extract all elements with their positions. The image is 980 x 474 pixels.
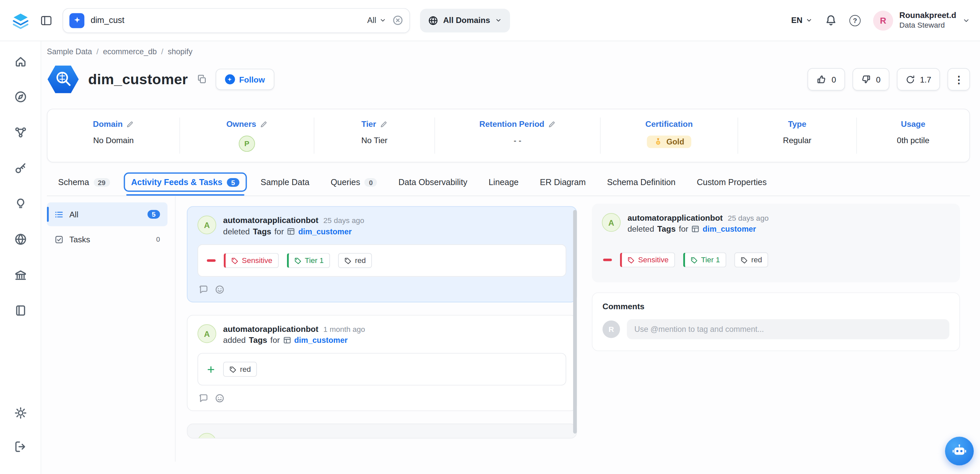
help-icon[interactable]: ? bbox=[850, 14, 861, 26]
feed-action: added bbox=[223, 336, 246, 345]
sidebar-item-home[interactable] bbox=[8, 49, 33, 73]
search-scope-dropdown[interactable]: All bbox=[367, 16, 386, 25]
domains-dropdown[interactable]: All Domains bbox=[420, 8, 510, 32]
comment-icon[interactable] bbox=[199, 285, 208, 294]
breadcrumb-link[interactable]: ecommerce_db bbox=[103, 48, 157, 56]
home-icon bbox=[14, 55, 27, 68]
chevron-down-icon bbox=[805, 17, 813, 24]
sidebar-item-settings[interactable] bbox=[8, 401, 33, 425]
filter-all[interactable]: All 5 bbox=[47, 202, 167, 226]
tab-schema-definition[interactable]: Schema Definition bbox=[600, 172, 683, 192]
tab-er-diagram[interactable]: ER Diagram bbox=[533, 172, 593, 192]
comments-title: Comments bbox=[602, 302, 949, 311]
filter-tasks[interactable]: Tasks 0 bbox=[47, 227, 167, 251]
feed-scrollbar[interactable] bbox=[573, 210, 577, 434]
search-scope-value: All bbox=[367, 16, 376, 25]
edit-pencil-icon[interactable] bbox=[260, 120, 268, 128]
breadcrumb-link[interactable]: Sample Data bbox=[47, 48, 92, 56]
tab-queries[interactable]: Queries0 bbox=[323, 172, 385, 192]
meta-domain: Domain No Domain bbox=[48, 118, 180, 154]
feed-card[interactable] bbox=[187, 424, 577, 439]
meta-label: Domain bbox=[93, 119, 123, 129]
tag-icon bbox=[294, 257, 301, 264]
tag-chip-red[interactable]: red bbox=[338, 253, 372, 268]
tab-lineage[interactable]: Lineage bbox=[481, 172, 526, 192]
upvote-count: 0 bbox=[832, 75, 836, 84]
tag-chip-red[interactable]: red bbox=[734, 252, 768, 267]
ai-search-icon[interactable] bbox=[69, 13, 84, 28]
emoji-reaction-icon[interactable] bbox=[215, 393, 224, 403]
search-clear-icon[interactable] bbox=[393, 15, 403, 25]
feed-timestamp: 25 days ago bbox=[323, 216, 364, 225]
filter-label: All bbox=[69, 210, 78, 219]
sidebar-item-services[interactable] bbox=[8, 156, 33, 180]
entity-link[interactable]: dim_customer bbox=[287, 227, 352, 236]
sidebar-item-explore[interactable] bbox=[8, 84, 33, 109]
sidebar-item-logout[interactable] bbox=[8, 434, 33, 459]
tab-data-observability[interactable]: Data Observability bbox=[391, 172, 475, 192]
bot-avatar: A bbox=[602, 213, 620, 232]
entity-link[interactable]: dim_customer bbox=[691, 225, 756, 233]
bot-avatar: A bbox=[197, 324, 216, 343]
more-options-button[interactable]: ⋮ bbox=[947, 68, 970, 91]
table-icon bbox=[287, 227, 295, 235]
sidebar-item-lineage[interactable] bbox=[8, 120, 33, 145]
tag-chip-tier1[interactable]: Tier 1 bbox=[287, 253, 330, 268]
owner-avatar[interactable]: P bbox=[239, 135, 255, 152]
tab-custom-properties[interactable]: Custom Properties bbox=[689, 172, 774, 192]
sidebar-item-domains[interactable] bbox=[8, 227, 33, 252]
emoji-reaction-icon[interactable] bbox=[215, 285, 224, 294]
breadcrumb-separator: / bbox=[97, 48, 99, 56]
meta-owners: Owners P bbox=[180, 118, 315, 154]
sidebar-item-govern[interactable] bbox=[8, 262, 33, 287]
tag-chip-sensitive[interactable]: Sensitive bbox=[224, 253, 279, 268]
app-logo[interactable] bbox=[11, 11, 30, 30]
copy-icon[interactable] bbox=[197, 74, 207, 84]
upvote-button[interactable]: 0 bbox=[808, 68, 845, 91]
meta-retention: Retention Period - - bbox=[435, 118, 600, 154]
removed-indicator-icon bbox=[603, 259, 612, 261]
downvote-button[interactable]: 0 bbox=[853, 68, 889, 91]
tab-sample-data[interactable]: Sample Data bbox=[253, 172, 317, 192]
tag-chip-sensitive[interactable]: Sensitive bbox=[620, 252, 675, 267]
user-role: Data Steward bbox=[899, 21, 956, 30]
breadcrumb-link[interactable]: shopify bbox=[168, 48, 192, 56]
sidebar-item-insights[interactable] bbox=[8, 191, 33, 216]
sidebar-item-glossary[interactable] bbox=[8, 298, 33, 323]
edit-pencil-icon[interactable] bbox=[380, 120, 388, 128]
meta-label: Type bbox=[788, 119, 806, 129]
follow-button[interactable]: Follow bbox=[215, 68, 274, 90]
tab-count: 5 bbox=[227, 178, 239, 186]
sidebar-toggle-icon[interactable] bbox=[40, 14, 52, 27]
meta-value: 0th pctile bbox=[897, 135, 929, 145]
key-icon bbox=[14, 162, 27, 174]
globe-icon bbox=[14, 233, 27, 246]
tag-change-row: Sensitive Tier 1 red bbox=[602, 252, 950, 267]
feed-card[interactable]: A automatorapplicationbot25 days ago del… bbox=[187, 206, 577, 302]
edit-pencil-icon[interactable] bbox=[127, 120, 134, 128]
global-search-input[interactable] bbox=[91, 16, 361, 25]
language-dropdown[interactable]: EN bbox=[791, 16, 813, 25]
global-search: All bbox=[63, 8, 410, 33]
tab-count: 29 bbox=[94, 178, 110, 186]
table-icon bbox=[691, 225, 699, 233]
comment-icon[interactable] bbox=[199, 393, 208, 403]
tag-chip-tier1[interactable]: Tier 1 bbox=[683, 252, 726, 267]
tab-activity-feeds[interactable]: Activity Feeds & Tasks5 bbox=[124, 172, 247, 192]
entity-link[interactable]: dim_customer bbox=[283, 336, 348, 345]
user-menu[interactable]: R Rounakpreet.d Data Steward bbox=[873, 10, 970, 30]
meta-value: No Tier bbox=[361, 135, 388, 145]
feed-detail-panel: A automatorapplicationbot25 days ago del… bbox=[586, 196, 970, 462]
tag-chip-red[interactable]: red bbox=[223, 362, 257, 377]
meta-label: Tier bbox=[361, 119, 376, 129]
feed-card[interactable]: A automatorapplicationbot1 month ago add… bbox=[187, 315, 577, 411]
tag-icon bbox=[231, 257, 238, 264]
feed-subject: Tags bbox=[657, 224, 676, 234]
tab-schema[interactable]: Schema29 bbox=[51, 172, 117, 192]
version-button[interactable]: 1.7 bbox=[897, 68, 940, 91]
chat-widget-button[interactable] bbox=[945, 437, 974, 465]
notifications-bell-icon[interactable] bbox=[825, 14, 837, 26]
edit-pencil-icon[interactable] bbox=[548, 120, 556, 128]
removed-indicator-icon bbox=[207, 259, 215, 262]
comment-input[interactable] bbox=[627, 319, 949, 339]
